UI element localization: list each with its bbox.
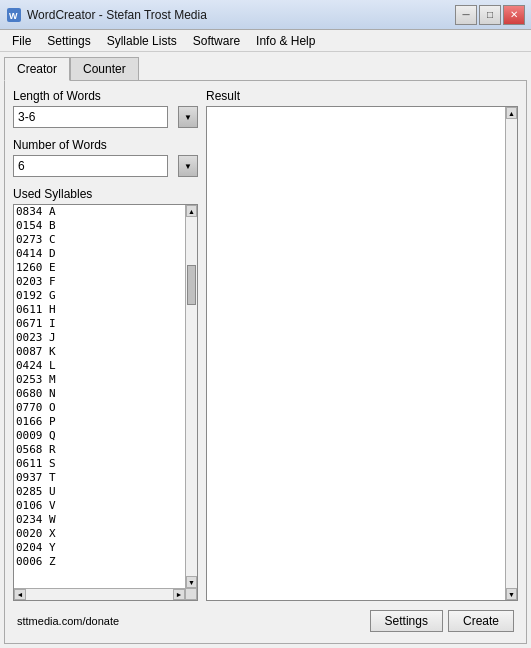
list-item: 0834 A <box>14 205 185 219</box>
list-item: 0253 M <box>14 373 185 387</box>
length-label: Length of Words <box>13 89 198 103</box>
content-area: Length of Words 3-6 1-3 4-8 5-10 ▼ Numbe… <box>4 80 527 644</box>
menubar: File Settings Syllable Lists Software In… <box>0 30 531 52</box>
list-item: 0611 H <box>14 303 185 317</box>
titlebar: W WordCreator - Stefan Trost Media ─ □ ✕ <box>0 0 531 30</box>
list-item: 0273 C <box>14 233 185 247</box>
left-column: Length of Words 3-6 1-3 4-8 5-10 ▼ Numbe… <box>13 89 198 601</box>
list-item: 0671 I <box>14 317 185 331</box>
list-item: 0414 D <box>14 247 185 261</box>
vscroll-up-btn[interactable]: ▲ <box>186 205 197 217</box>
app-icon: W <box>6 7 22 23</box>
list-item: 0285 U <box>14 485 185 499</box>
menu-syllable-lists[interactable]: Syllable Lists <box>99 32 185 50</box>
result-vscroll-down-btn[interactable]: ▼ <box>506 588 517 600</box>
list-item: 0770 O <box>14 401 185 415</box>
close-button[interactable]: ✕ <box>503 5 525 25</box>
list-item: 0006 Z <box>14 555 185 569</box>
donate-link[interactable]: sttmedia.com/donate <box>17 615 119 627</box>
result-label: Result <box>206 89 518 103</box>
syllables-vscrollbar[interactable]: ▲ ▼ <box>185 205 197 588</box>
length-dropdown-wrapper: 3-6 1-3 4-8 5-10 ▼ <box>13 106 198 128</box>
list-item: 0680 N <box>14 387 185 401</box>
list-item: 0937 T <box>14 471 185 485</box>
vscroll-down-btn[interactable]: ▼ <box>186 576 197 588</box>
window-controls: ─ □ ✕ <box>455 5 525 25</box>
list-item: 0203 F <box>14 275 185 289</box>
list-item: 0106 V <box>14 499 185 513</box>
menu-software[interactable]: Software <box>185 32 248 50</box>
syllables-list[interactable]: 0834 A0154 B0273 C0414 D1260 E0203 F0192… <box>14 205 185 588</box>
window-body: Creator Counter Length of Words 3-6 1-3 … <box>0 52 531 648</box>
list-item: 0568 R <box>14 443 185 457</box>
list-item: 0166 P <box>14 415 185 429</box>
syllables-label: Used Syllables <box>13 187 198 201</box>
length-dropdown[interactable]: 3-6 1-3 4-8 5-10 <box>13 106 168 128</box>
list-item: 0009 Q <box>14 429 185 443</box>
number-dropdown[interactable]: 6 3 10 20 <box>13 155 168 177</box>
list-item: 0087 K <box>14 345 185 359</box>
menu-info-help[interactable]: Info & Help <box>248 32 323 50</box>
result-vscroll-up-btn[interactable]: ▲ <box>506 107 517 119</box>
syllables-container: 0834 A0154 B0273 C0414 D1260 E0203 F0192… <box>13 204 198 601</box>
right-column: Result ▲ ▼ <box>206 89 518 601</box>
length-dropdown-arrow: ▼ <box>178 106 198 128</box>
tab-creator[interactable]: Creator <box>4 57 70 81</box>
footer-buttons: Settings Create <box>370 610 514 632</box>
maximize-button[interactable]: □ <box>479 5 501 25</box>
list-item: 0192 G <box>14 289 185 303</box>
list-item: 0023 J <box>14 331 185 345</box>
create-button[interactable]: Create <box>448 610 514 632</box>
result-vscrollbar[interactable]: ▲ ▼ <box>505 107 517 600</box>
footer: sttmedia.com/donate Settings Create <box>13 605 518 635</box>
settings-button[interactable]: Settings <box>370 610 443 632</box>
number-dropdown-arrow: ▼ <box>178 155 198 177</box>
scrollbar-corner <box>185 588 197 600</box>
svg-text:W: W <box>9 11 18 21</box>
tab-counter[interactable]: Counter <box>70 57 139 81</box>
list-item: 0234 W <box>14 513 185 527</box>
list-item: 0424 L <box>14 359 185 373</box>
two-column-layout: Length of Words 3-6 1-3 4-8 5-10 ▼ Numbe… <box>13 89 518 601</box>
number-label: Number of Words <box>13 138 198 152</box>
number-dropdown-wrapper: 6 3 10 20 ▼ <box>13 155 198 177</box>
tab-bar: Creator Counter <box>4 56 527 80</box>
syllables-hscrollbar[interactable]: ◄ ► <box>14 588 185 600</box>
menu-file[interactable]: File <box>4 32 39 50</box>
menu-settings[interactable]: Settings <box>39 32 98 50</box>
minimize-button[interactable]: ─ <box>455 5 477 25</box>
list-item: 0204 Y <box>14 541 185 555</box>
list-item: 0611 S <box>14 457 185 471</box>
vscroll-thumb[interactable] <box>187 265 196 305</box>
window-title: WordCreator - Stefan Trost Media <box>27 8 455 22</box>
hscroll-left-btn[interactable]: ◄ <box>14 589 26 600</box>
hscroll-right-btn[interactable]: ► <box>173 589 185 600</box>
list-item: 0154 B <box>14 219 185 233</box>
list-item: 1260 E <box>14 261 185 275</box>
result-area: ▲ ▼ <box>206 106 518 601</box>
list-item: 0020 X <box>14 527 185 541</box>
